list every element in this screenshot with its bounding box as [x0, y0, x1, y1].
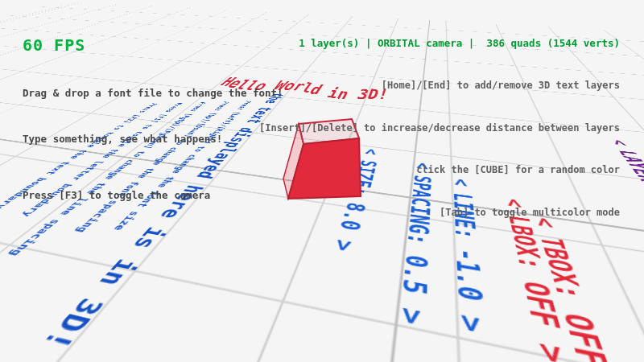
hud-right: 1 layer(s) | ORBITAL camera | 386 quads …	[259, 6, 620, 249]
instruction-layer-distance: [Insert]/[Delete] to increase/decrease d…	[259, 122, 620, 134]
fps-counter: 60 FPS	[23, 35, 283, 55]
instruction-camera-toggle: Press [F3] to toggle the camera	[23, 187, 283, 203]
3d-text-demo-viewport[interactable]: Hello World in 3D! the text displayed he…	[0, 0, 644, 362]
instruction-layers: [Home]/[End] to add/remove 3D text layer…	[259, 80, 620, 92]
instruction-cube-color: click the [CUBE] for a random color	[259, 164, 620, 176]
status-bar: 1 layer(s) | ORBITAL camera | 386 quads …	[259, 37, 620, 49]
instruction-multicolor: [Tab] to toggle multicolor mode	[259, 207, 620, 219]
hud-left: 60 FPS Drag & drop a font file to change…	[23, 5, 283, 233]
instruction-drag-drop: Drag & drop a font file to change the fo…	[23, 85, 283, 101]
instruction-type: Type something, see what happens!	[23, 131, 283, 146]
